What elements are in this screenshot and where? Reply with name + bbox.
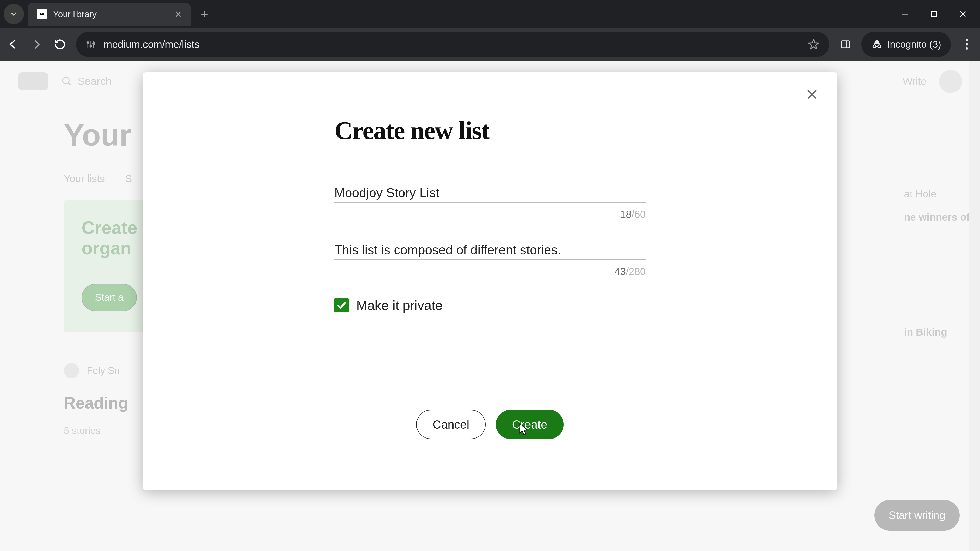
modal-title: Create new list: [334, 116, 646, 145]
url-text: medium.com/me/lists: [103, 39, 800, 50]
create-button[interactable]: Create: [496, 410, 564, 439]
svg-point-14: [878, 45, 881, 48]
description-counter: 43/280: [334, 266, 646, 277]
reload-button[interactable]: [52, 37, 67, 52]
browser-chrome: •• Your library × + medi: [0, 0, 980, 61]
minimize-button[interactable]: [897, 6, 912, 21]
svg-marker-10: [809, 40, 818, 49]
svg-point-13: [873, 45, 876, 48]
list-name-field-group: 18/60: [334, 183, 646, 220]
window-controls: [897, 6, 977, 21]
maximize-button[interactable]: [926, 6, 941, 21]
svg-rect-11: [841, 41, 850, 48]
svg-point-18: [966, 48, 968, 50]
tab-favicon-icon: ••: [37, 9, 47, 19]
back-button[interactable]: [6, 37, 21, 52]
make-private-label: Make it private: [356, 298, 442, 313]
list-name-input[interactable]: [334, 183, 646, 203]
tab-bar: •• Your library × +: [0, 0, 980, 28]
side-panel-button[interactable]: [838, 37, 853, 52]
incognito-badge[interactable]: Incognito (3): [861, 32, 951, 57]
svg-point-16: [966, 39, 968, 41]
svg-point-8: [90, 45, 92, 47]
svg-rect-1: [931, 11, 936, 17]
site-settings-icon[interactable]: [86, 39, 96, 49]
make-private-row: Make it private: [334, 298, 646, 313]
close-icon: [805, 87, 819, 102]
incognito-icon: [871, 38, 883, 50]
star-icon[interactable]: [808, 38, 819, 50]
new-tab-button[interactable]: +: [200, 6, 208, 22]
create-list-modal: Create new list 18/60 43/280 Make it pri…: [143, 73, 837, 490]
incognito-label: Incognito (3): [887, 39, 941, 50]
modal-overlay: Create new list 18/60 43/280 Make it pri…: [0, 61, 980, 551]
browser-menu-button[interactable]: [959, 37, 974, 52]
cancel-button[interactable]: Cancel: [416, 410, 485, 439]
name-counter: 18/60: [334, 209, 646, 220]
url-field[interactable]: medium.com/me/lists: [76, 32, 829, 57]
svg-point-7: [87, 41, 89, 44]
close-modal-button[interactable]: [805, 87, 819, 103]
address-bar: medium.com/me/lists Incognito (3): [0, 28, 980, 61]
close-window-button[interactable]: [956, 6, 970, 21]
checkmark-icon: [336, 300, 347, 310]
tab-search-button[interactable]: [3, 4, 24, 24]
browser-tab[interactable]: •• Your library ×: [27, 3, 191, 25]
modal-actions: Cancel Create: [334, 410, 646, 439]
close-tab-button[interactable]: ×: [172, 6, 184, 22]
svg-point-9: [93, 43, 95, 44]
list-description-field-group: 43/280: [334, 241, 646, 277]
tab-title: Your library: [53, 9, 166, 19]
svg-point-17: [966, 43, 968, 46]
forward-button[interactable]: [29, 37, 44, 52]
list-description-input[interactable]: [334, 241, 646, 260]
make-private-checkbox[interactable]: [334, 298, 348, 313]
